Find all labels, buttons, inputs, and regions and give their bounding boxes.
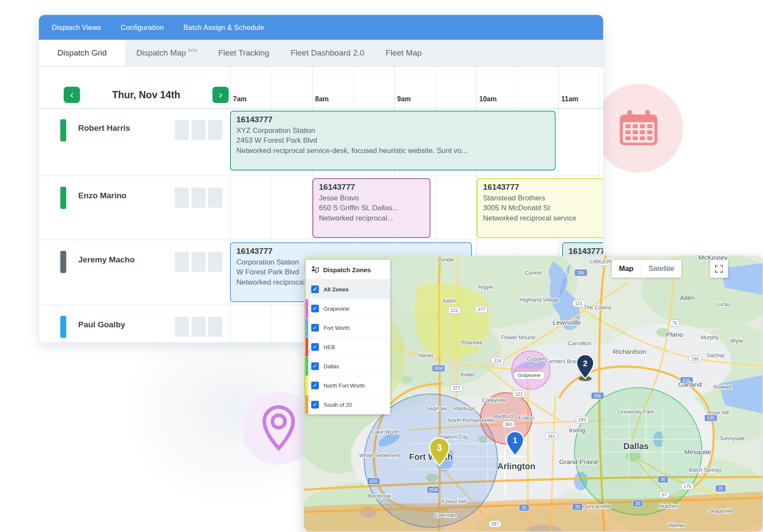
map-city-label: Richardson (613, 348, 646, 355)
resource-placeholder-box[interactable] (191, 188, 206, 208)
resource-placeholder-box[interactable] (175, 317, 189, 337)
map-city-label: Grand Prairie (559, 458, 598, 465)
zone-checkbox[interactable]: ✓ (311, 305, 319, 312)
dispatch-zones-panel: Dispatch Zones ✓All Zones✓Grapevine✓Fort… (306, 260, 390, 414)
nav-item[interactable]: Disptach Views (52, 24, 101, 32)
job-detail-line: 2453 W Forest Park Blvd (236, 135, 549, 145)
zone-row-south-of-20[interactable]: ✓South of 20 (306, 395, 390, 414)
tab-label: Dispatch Map (136, 48, 186, 58)
map-widget[interactable]: 3771217511435W37712135E19018316136063563… (304, 256, 763, 531)
road-shield: 67 (659, 491, 669, 498)
map-type-button[interactable]: Map (612, 260, 641, 278)
tab-fleet-map[interactable]: Fleet Map (375, 40, 432, 66)
satellite-type-button[interactable]: Satellite (641, 260, 681, 278)
map-city-label: Carrollton (568, 341, 591, 347)
resource-placeholder-box[interactable] (208, 252, 222, 272)
zone-label: North Fort Worth (324, 382, 365, 389)
time-label: 8am (315, 95, 329, 103)
resource-placeholder-box[interactable] (208, 120, 222, 140)
zone-checkbox[interactable]: ✓ (311, 401, 319, 409)
map-city-label: Wylie (731, 338, 743, 344)
calendar-decoration (594, 84, 683, 173)
map-city-label: Flower Mound (501, 335, 535, 341)
road-shield: 121 (572, 300, 585, 307)
job-block[interactable]: 16143777XYZ Corporation Station2453 W Fo… (230, 111, 556, 170)
map-city-label: Roanoke (461, 340, 483, 346)
map-city-label: Coppell (527, 356, 545, 362)
svg-text:3: 3 (437, 442, 442, 453)
tab-fleet-tracking[interactable]: Fleet Tracking (208, 40, 280, 66)
resource-placeholder-box[interactable] (191, 120, 206, 140)
zone-checkbox[interactable]: ✓ (311, 382, 319, 389)
job-detail-line: Stanstead Brothers (483, 193, 604, 203)
header-separator (39, 108, 603, 109)
dallas-zone[interactable] (574, 388, 702, 515)
map-city-label: Corinth (525, 270, 542, 276)
map-city-label: Irving (569, 426, 585, 434)
zone-label: Dallas (324, 363, 339, 370)
job-block[interactable]: 16143777Stanstead Brothers3005 N McDonal… (477, 178, 604, 238)
svg-text:190: 190 (691, 356, 699, 362)
zone-row-heb[interactable]: ✓HEB (306, 338, 390, 357)
job-block[interactable]: 16143777Jesse Bravo650 S Griffin St, Dal… (312, 178, 430, 238)
job-detail-line: Networked reciprocal service (483, 213, 604, 223)
tab-label: Fleet Dashboard 2.0 (291, 48, 364, 58)
road-shield: 190 (689, 356, 701, 362)
tab-dispatch-grid[interactable]: Dispatch Grid (39, 40, 126, 66)
prev-day-button[interactable]: ‹ (64, 87, 80, 103)
zone-checkbox[interactable]: ✓ (311, 285, 319, 293)
zone-checkbox[interactable]: ✓ (311, 343, 319, 351)
job-number: 16143777 (236, 115, 549, 124)
zone-row-grapevine[interactable]: ✓Grapevine (306, 299, 390, 318)
zone-checkbox[interactable]: ✓ (311, 324, 319, 332)
job-detail-line: Jesse Bravo (319, 193, 424, 203)
job-number: 16143777 (569, 247, 604, 256)
map-city-label: Haslet (418, 353, 433, 359)
tab-fleet-dashboard-2-0[interactable]: Fleet Dashboard 2.0 (280, 40, 375, 66)
svg-text:67: 67 (662, 492, 667, 497)
calendar-icon (617, 109, 660, 148)
svg-text:183: 183 (578, 417, 586, 422)
nav-item[interactable]: Batch Assign & Schedule (183, 24, 264, 32)
zone-color-stripe (306, 376, 308, 395)
zone-label: South of 20 (324, 402, 352, 408)
zone-label: HEB (324, 344, 335, 350)
resource-placeholder-box[interactable] (175, 188, 189, 208)
svg-text:20: 20 (635, 501, 640, 506)
road-shield: 20 (519, 504, 529, 511)
zone-color-stripe (306, 357, 308, 376)
zone-row-fort-worth[interactable]: ✓Fort Worth (306, 318, 390, 338)
resource-placeholder-box[interactable] (191, 252, 206, 272)
zone-row-dallas[interactable]: ✓Dallas (306, 357, 390, 376)
svg-text:20: 20 (718, 486, 723, 491)
resource-name: Paul Goalby (78, 320, 125, 329)
svg-text:360: 360 (505, 422, 513, 427)
nav-item[interactable]: Configuration (121, 24, 164, 32)
location-pin-icon (258, 403, 299, 453)
resource-placeholder-box[interactable] (175, 252, 189, 272)
date-label: Thur, Nov 14th (80, 89, 212, 101)
tab-dispatch-map[interactable]: Dispatch Mapbeta (126, 40, 208, 66)
time-label: 7am (233, 95, 247, 103)
map-city-label: Allen (680, 294, 695, 301)
resource-placeholder-box[interactable] (191, 317, 206, 337)
beta-badge: beta (188, 47, 197, 53)
resource-placeholder-box[interactable] (208, 317, 222, 337)
road-shield: 35W (432, 365, 445, 372)
zone-row-all-zones[interactable]: ✓All Zones (306, 280, 390, 299)
map-city-label: Little Elm (590, 259, 612, 265)
svg-text:20: 20 (521, 505, 527, 510)
zone-row-north-fort-worth[interactable]: ✓North Fort Worth (306, 376, 390, 395)
resource-placeholder-box[interactable] (175, 120, 189, 140)
map-city-label: White Settlement (359, 453, 400, 459)
zone-checkbox[interactable]: ✓ (311, 362, 319, 370)
resource-placeholder-box[interactable] (208, 188, 222, 208)
resource-name: Jeremy Macho (78, 255, 135, 265)
zone-label: Fort Worth (324, 325, 350, 331)
svg-text:635: 635 (707, 415, 715, 420)
fullscreen-button[interactable] (710, 260, 728, 278)
next-day-button[interactable]: › (212, 87, 229, 103)
zone-label: All Zones (324, 286, 349, 293)
svg-text:820: 820 (370, 479, 377, 484)
svg-text:287: 287 (491, 521, 499, 526)
